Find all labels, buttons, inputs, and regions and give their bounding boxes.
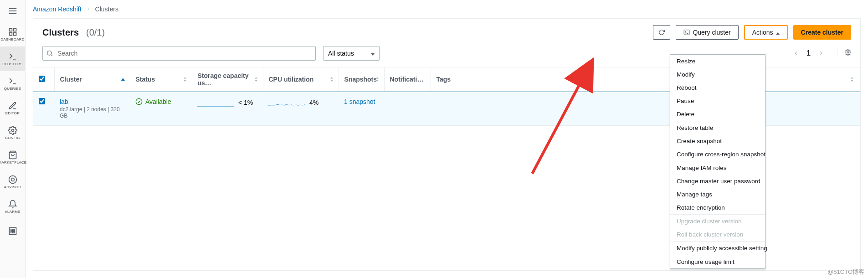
svg-point-10 (9, 175, 16, 183)
svg-rect-6 (13, 32, 16, 35)
col-status[interactable]: Status (130, 67, 192, 92)
refresh-icon (658, 29, 665, 36)
sidebar-item-label: EDITOR (5, 111, 20, 115)
svg-point-9 (11, 129, 14, 131)
table-settings-button[interactable] (837, 49, 851, 57)
actions-menu-item[interactable]: Modify (670, 68, 765, 81)
main-content: Amazon Redshift Clusters Clusters (0/1) … (26, 0, 868, 278)
cluster-subtype: dc2.large | 2 nodes | 320 GB (60, 106, 124, 119)
sidebar-item-label: QUERIES (4, 87, 21, 91)
actions-menu-item[interactable]: Change master user password (670, 175, 765, 188)
cpu-sparkline (268, 98, 305, 107)
actions-menu-item[interactable]: Reboot (670, 81, 765, 94)
search-icon (46, 50, 53, 57)
create-cluster-button[interactable]: Create cluster (793, 25, 851, 40)
sidebar-item-label: CONFIG (5, 136, 20, 140)
svg-rect-17 (684, 30, 690, 35)
sidebar-item-marketplace[interactable]: MARKETPLACE (0, 145, 26, 170)
actions-menu-item[interactable]: Configure usage limit (670, 255, 765, 268)
svg-rect-5 (9, 32, 12, 35)
breadcrumb: Amazon Redshift Clusters (26, 0, 868, 18)
sidebar-item-label: MARKETPLACE (0, 160, 26, 165)
svg-marker-28 (330, 80, 333, 82)
sidebar-item-alarms[interactable]: ALARMS (0, 194, 26, 219)
svg-rect-14 (13, 229, 14, 231)
refresh-button[interactable] (653, 25, 670, 40)
svg-rect-4 (13, 28, 16, 31)
svg-marker-29 (376, 77, 379, 79)
sidebar-item-label: ADVISOR (4, 185, 21, 189)
breadcrumb-root[interactable]: Amazon Redshift (33, 5, 82, 13)
col-notifications[interactable]: Notificati… (384, 67, 431, 92)
sidebar-item-queries[interactable]: QUERIES (0, 71, 26, 96)
actions-menu-item[interactable]: Modify publicly accessible setting (670, 242, 765, 255)
query-cluster-button[interactable]: Query cluster (676, 25, 738, 40)
svg-marker-30 (376, 80, 379, 82)
col-cpu[interactable]: CPU utilization (263, 67, 339, 92)
sidebar-item-label: ALARMS (5, 210, 20, 214)
cluster-name-link[interactable]: lab (60, 98, 124, 105)
terminal-icon (683, 29, 690, 36)
col-snapshots[interactable]: Snapshots (339, 67, 384, 92)
sidebar-item-editor[interactable]: EDITOR (0, 96, 26, 120)
actions-menu-item[interactable]: Restore table (670, 121, 765, 134)
status-filter[interactable]: All status (323, 46, 380, 61)
actions-menu-item[interactable]: Delete (670, 108, 765, 121)
sort-icon (329, 77, 334, 82)
actions-menu-item[interactable]: Manage IAM roles (670, 161, 765, 175)
actions-menu-item[interactable]: Resize (670, 55, 765, 68)
actions-menu-item[interactable]: Configure cross-region snapshot (670, 148, 765, 161)
sort-icon (254, 77, 258, 82)
storage-sparkline (197, 98, 234, 107)
sort-asc-icon (121, 77, 125, 82)
breadcrumb-current: Clusters (95, 5, 118, 13)
sidebar-item-clusters[interactable]: CLUSTERS (0, 46, 26, 71)
cpu-value: 4% (309, 99, 318, 106)
search-input[interactable] (42, 46, 316, 61)
actions-menu-item[interactable]: Rotate encryption (670, 201, 765, 214)
svg-marker-23 (184, 77, 186, 79)
actions-menu-item[interactable]: Manage tags (670, 188, 765, 201)
actions-menu-item[interactable]: Create snapshot (670, 134, 765, 148)
menu-toggle[interactable] (0, 0, 26, 22)
page-title: Clusters (42, 27, 79, 38)
watermark: @51CTO博客 (827, 268, 864, 276)
svg-point-19 (47, 51, 51, 55)
svg-rect-15 (10, 232, 12, 233)
row-checkbox[interactable] (39, 98, 45, 104)
page-number: 1 (806, 49, 811, 57)
col-expand[interactable] (844, 67, 860, 92)
sidebar: DASHBOARD CLUSTERS QUERIES EDITOR CONFIG… (0, 0, 26, 278)
next-page-button[interactable] (818, 50, 824, 57)
create-cluster-label: Create cluster (801, 29, 843, 36)
actions-menu-item[interactable]: Pause (670, 94, 765, 108)
svg-rect-3 (9, 28, 12, 31)
svg-marker-27 (330, 77, 333, 79)
sidebar-item-extra[interactable] (0, 219, 26, 243)
col-checkbox (33, 67, 54, 92)
actions-menu: ResizeModifyRebootPauseDeleteRestore tab… (670, 54, 765, 269)
col-storage[interactable]: Storage capacity us… (192, 67, 263, 92)
sidebar-item-config[interactable]: CONFIG (0, 120, 26, 145)
col-cluster[interactable]: Cluster (54, 67, 130, 92)
actions-button[interactable]: Actions (744, 25, 788, 40)
sidebar-item-label: CLUSTERS (2, 62, 22, 66)
col-tags[interactable]: Tags (431, 67, 844, 92)
actions-menu-item: Roll back cluster version (670, 228, 765, 241)
sidebar-item-dashboard[interactable]: DASHBOARD (0, 22, 26, 46)
prev-page-button[interactable] (793, 50, 799, 57)
snapshot-link[interactable]: 1 snapshot (344, 98, 375, 105)
sidebar-item-advisor[interactable]: ADVISOR (0, 170, 26, 194)
svg-point-33 (136, 98, 142, 104)
select-all-checkbox[interactable] (39, 76, 45, 82)
svg-rect-16 (13, 232, 14, 233)
sort-icon (375, 77, 380, 82)
svg-marker-31 (851, 77, 853, 79)
search-box (42, 46, 316, 61)
sort-icon (850, 77, 854, 82)
svg-point-21 (847, 51, 849, 53)
svg-line-20 (51, 55, 52, 56)
clusters-panel: Clusters (0/1) Query cluster Actions Cre… (33, 18, 861, 271)
svg-marker-32 (851, 80, 853, 82)
svg-marker-25 (255, 77, 257, 79)
